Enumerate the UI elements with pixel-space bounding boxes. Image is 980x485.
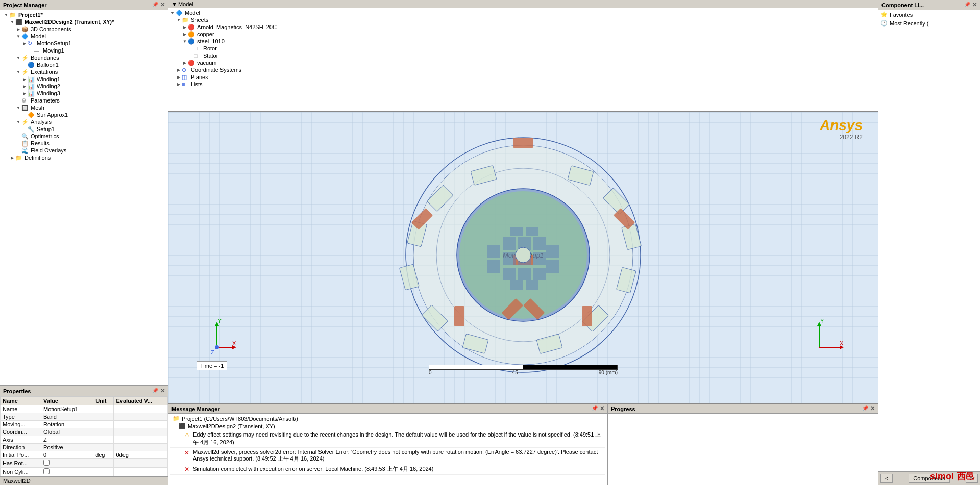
mt-copper[interactable]: ▶ 🟠 copper [169,31,877,38]
svg-rect-28 [503,237,516,250]
close-icon[interactable]: ✕ [160,2,165,8]
comp-pin-icon[interactable]: 📌 [964,2,970,8]
tree-item-model[interactable]: ▼ 🔷 Model [1,33,167,40]
prop-checkbox[interactable] [43,468,50,474]
toggle-boundaries[interactable]: ▼ [15,55,21,61]
toggle-3dcomp[interactable]: ▶ [15,26,21,32]
excitations-label: Excitations [31,69,58,75]
prop-name: Name [1,405,41,413]
tree-item-boundaries[interactable]: ▼ ⚡ Boundaries [1,54,167,61]
right-axis-indicator: Y X [809,317,850,358]
prop-row[interactable]: Moving...Rotation [1,421,168,428]
props-close-icon[interactable]: ✕ [160,388,165,394]
toggle-definitions[interactable]: ▶ [9,155,15,161]
mt-rotor[interactable]: □ Rotor [169,45,877,52]
msg-design-row[interactable]: ⬛ Maxwell2DDesign2 (Transient, XY) [170,422,605,430]
toggle-balloon[interactable] [21,62,28,68]
prop-row[interactable]: NameMotionSetup1 [1,405,168,413]
comp-close-icon[interactable]: ✕ [972,2,977,8]
tree-item-setup1[interactable]: 🔧 Setup1 [1,125,167,133]
mt-sheets[interactable]: ▼ 📁 Sheets [169,16,877,23]
svg-point-52 [215,345,219,349]
toggle-project1[interactable]: ▼ [3,12,9,18]
msg-project-row[interactable]: 📁 Project1 (C:/Users/WT803/Documents/Ans… [170,415,605,422]
parameters-label: Parameters [31,97,60,104]
toggle-winding1[interactable]: ▶ [21,76,28,82]
toggle-model[interactable]: ▼ [15,33,21,39]
tree-item-winding1[interactable]: ▶ 📊 Winding1 [1,75,167,83]
mt-rotor-icon: □ [194,45,202,52]
tree-item-excitations[interactable]: ▼ ⚡ Excitations [1,68,167,75]
progress-close-icon[interactable]: ✕ [870,405,875,412]
prop-row[interactable]: Coordin...Global [1,428,168,436]
mt-sheets-label: Sheets [191,17,208,23]
mt-lists[interactable]: ▶ ≡ Lists [169,81,877,88]
tree-item-moving1[interactable]: — Moving1 [1,47,167,54]
msg-pin-icon[interactable]: 📌 [592,405,598,412]
comp-favorites[interactable]: ⭐ Favorites [878,10,980,19]
comp-recently[interactable]: 🕐 Most Recently ( [878,19,980,28]
toggle-mesh[interactable]: ▼ [15,105,21,111]
mt-vacuum-label: vacuum [197,60,217,66]
tree-item-definitions[interactable]: ▶ 📁 Definitions [1,154,167,161]
model-tree-toggle[interactable]: ▼ [172,1,177,7]
prop-row[interactable]: Has Rot... [1,459,168,468]
toggle-surf[interactable] [21,112,28,118]
tree-item-results[interactable]: 📋 Results [1,140,167,147]
tree-item-project1[interactable]: ▼ 📁 Project1* [1,11,167,18]
viewport[interactable]: Ansys 2022 R2 [168,112,878,403]
winding1-label: Winding1 [37,76,60,82]
toggle-motionsetup[interactable]: ▶ [21,40,28,46]
prop-checkbox[interactable] [43,460,50,466]
tree-item-winding3[interactable]: ▶ 📊 Winding3 [1,90,167,97]
mt-stator[interactable]: □ Stator [169,52,877,59]
toggle-setup1[interactable] [21,126,28,132]
tree-item-optimetrics[interactable]: 🔍 Optimetrics [1,133,167,140]
tree-item-analysis[interactable]: ▼ ⚡ Analysis [1,118,167,125]
tree-item-fieldoverlays[interactable]: 🌊 Field Overlays [1,147,167,154]
msg-close-icon[interactable]: ✕ [600,405,604,412]
toggle-moving1[interactable] [28,47,34,54]
mt-steel[interactable]: ▼ 🔵 steel_1010 [169,38,877,45]
toggle-winding3[interactable]: ▶ [21,90,28,96]
prop-row[interactable]: DirectionPositive [1,444,168,451]
prop-row[interactable]: Non Cyli... [1,468,168,476]
mt-planes[interactable]: ▶ ◫ Planes [169,73,877,81]
def-icon: 📁 [15,155,23,161]
tree-item-motionsetup1[interactable]: ▶ ↻ MotionSetup1 [1,40,167,47]
mt-vacuum[interactable]: ▶ 🔴 vacuum [169,59,877,66]
project1-label: Project1* [18,12,43,18]
toggle-optimetrics[interactable] [15,133,21,139]
toggle-winding2[interactable]: ▶ [21,83,28,89]
prop-unit: deg [93,451,114,459]
mt-steel-icon: 🔵 [188,38,196,44]
tree-item-balloon1[interactable]: 🔵 Balloon1 [1,61,167,68]
props-pin-icon[interactable]: 📌 [152,388,158,394]
scale-right: 90 (mm) [599,370,618,375]
svg-rect-20 [513,138,533,148]
tree-item-mesh[interactable]: ▼ 🔲 Mesh [1,104,167,111]
setup1-icon: 🔧 [28,126,36,132]
toggle-results[interactable] [15,140,21,146]
mt-model[interactable]: ▼ 🔷 Model [169,9,877,16]
prop-row[interactable]: TypeBand [1,413,168,421]
progress-pin-icon[interactable]: 📌 [862,405,868,412]
svg-rect-35 [518,268,531,280]
tree-item-maxwell2d[interactable]: ▼ ⬛ Maxwell2DDesign2 (Transient, XY)* [1,18,167,25]
mt-coord[interactable]: ▶ ⊕ Coordinate Systems [169,66,877,73]
toggle-parameters[interactable] [15,97,21,104]
prop-row[interactable]: Initial Po...0deg0deg [1,451,168,459]
toggle-maxwell2d[interactable]: ▼ [9,19,15,25]
mt-planes-label: Planes [191,74,208,80]
toggle-excitations[interactable]: ▼ [15,69,21,75]
prop-row[interactable]: AxisZ [1,436,168,444]
tree-item-winding2[interactable]: ▶ 📊 Winding2 [1,83,167,90]
scroll-left-button[interactable]: < [880,474,893,483]
toggle-analysis[interactable]: ▼ [15,119,21,125]
pin-icon[interactable]: 📌 [152,2,158,8]
toggle-field[interactable] [15,147,21,154]
tree-item-3dcomp[interactable]: ▶ 📦 3D Components [1,25,167,33]
tree-item-parameters[interactable]: ⚙ Parameters [1,97,167,104]
mt-arnold[interactable]: ▶ 🔴 Arnold_Magnetics_N42SH_20C [169,23,877,31]
tree-item-surfapprox1[interactable]: 🔶 SurfApprox1 [1,111,167,118]
